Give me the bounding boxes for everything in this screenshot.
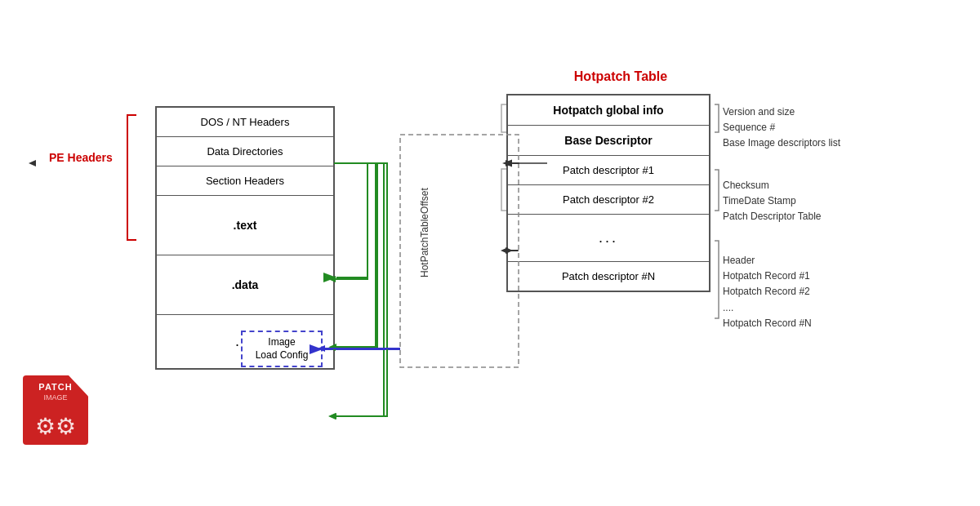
pe-cell-section-headers: Section Headers <box>157 166 333 196</box>
svg-marker-4 <box>29 160 36 166</box>
hotpatch-offset-label: HotPatchTableOffset <box>416 151 433 314</box>
pe-cell-dos-nt: DOS / NT Headers <box>157 108 333 137</box>
side-note-base-descriptor: Checksum TimeDate Stamp Patch Descriptor… <box>723 178 822 225</box>
pe-headers-label: PE Headers <box>49 151 113 164</box>
svg-marker-10 <box>328 413 336 419</box>
hotpatch-table-title: Hotpatch Table <box>506 69 735 84</box>
pe-headers-bracket <box>127 114 136 241</box>
hotpatch-table: Hotpatch global info Base Descriptor Pat… <box>506 94 710 292</box>
patch-icon: PATCH IMAGE ⚙⚙ <box>23 375 96 449</box>
diagram-container: PE Headers DOS / NT Headers Data Directo… <box>0 0 980 506</box>
patch-icon-subtext: IMAGE <box>23 393 88 402</box>
arrows-svg <box>0 0 980 506</box>
hotpatch-cell-ellipsis: ... <box>508 215 709 262</box>
side-note-global-info: Version and size Sequence # Base Image d… <box>723 104 840 152</box>
pe-cell-data-dirs: Data Directories <box>157 137 333 166</box>
load-config-box: ImageLoad Config <box>241 331 323 367</box>
hotpatch-cell-patch-desc-1: Patch descriptor #1 <box>508 156 709 185</box>
svg-marker-7 <box>329 413 336 419</box>
patch-icon-text: PATCH <box>23 382 88 392</box>
side-note-patch-descriptor: Header Hotpatch Record #1 Hotpatch Recor… <box>723 253 812 331</box>
hotpatch-cell-patch-desc-n: Patch descriptor #N <box>508 262 709 291</box>
hotpatch-cell-base-descriptor: Base Descriptor <box>508 126 709 156</box>
hotpatch-cell-global-info: Hotpatch global info <box>508 95 709 126</box>
pe-cell-data: .data <box>157 255 333 315</box>
patch-icon-body: PATCH IMAGE ⚙⚙ <box>23 375 88 445</box>
hotpatch-cell-patch-desc-2: Patch descriptor #2 <box>508 185 709 215</box>
pe-cell-text: .text <box>157 196 333 255</box>
